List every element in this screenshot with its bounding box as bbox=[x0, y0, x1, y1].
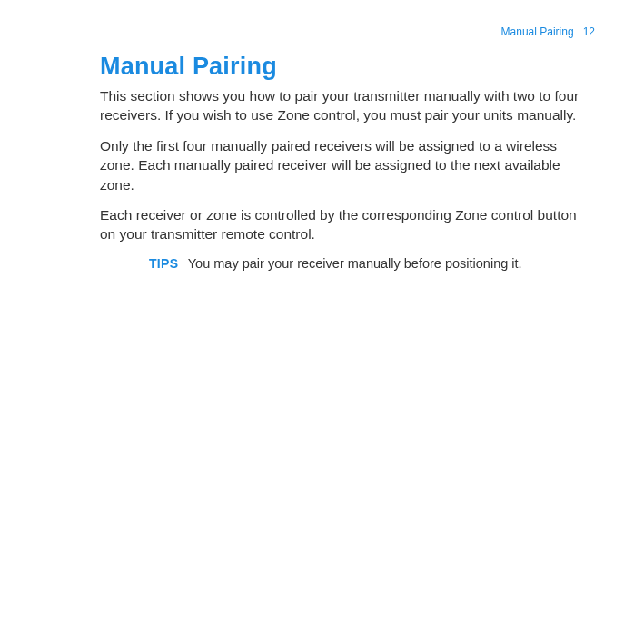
page-header: Manual Pairing 12 bbox=[501, 25, 595, 38]
tips-text: You may pair your receiver manually befo… bbox=[188, 256, 522, 271]
section-title: Manual Pairing bbox=[100, 53, 590, 81]
paragraph-2: Only the first four manually paired rece… bbox=[100, 136, 590, 194]
header-page-number: 12 bbox=[583, 25, 595, 38]
tips-label: TIPS bbox=[149, 256, 178, 271]
paragraph-3: Each receiver or zone is controlled by t… bbox=[100, 205, 590, 244]
tips-callout: TIPS You may pair your receiver manually… bbox=[100, 255, 590, 272]
header-section-name: Manual Pairing bbox=[501, 25, 574, 38]
content-area: Manual Pairing This section shows you ho… bbox=[0, 0, 644, 272]
paragraph-1: This section shows you how to pair your … bbox=[100, 86, 590, 125]
